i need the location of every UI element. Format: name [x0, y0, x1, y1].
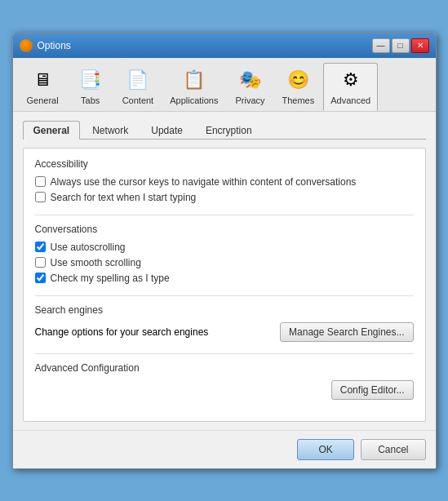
search-engines-title: Search engines — [35, 304, 414, 316]
options-window: Options — □ ✕ 🖥 General 📑 Tabs 📄 Content… — [12, 33, 437, 469]
advanced-icon: ⚙ — [338, 67, 364, 93]
general-icon: 🖥 — [29, 67, 55, 93]
search-engine-description: Change options for your search engines — [35, 326, 209, 338]
toolbar-tabs-label: Tabs — [81, 95, 100, 105]
toolbar-applications[interactable]: 📋 Applications — [162, 63, 225, 111]
content-area: General Network Update Encryption Access… — [13, 112, 436, 430]
options-panel: Accessibility Always use the cursor keys… — [23, 148, 426, 422]
divider-3 — [35, 353, 414, 354]
search-typing-row: Search for text when I start typing — [35, 192, 414, 203]
adv-config-row: Config Editor... — [35, 380, 414, 400]
toolbar-applications-label: Applications — [170, 95, 218, 105]
smooth-scrolling-checkbox[interactable] — [35, 257, 46, 268]
tab-network[interactable]: Network — [82, 121, 139, 140]
titlebar-left: Options — [20, 39, 71, 52]
titlebar-buttons: — □ ✕ — [372, 38, 429, 53]
titlebar: Options — □ ✕ — [13, 33, 436, 58]
cursor-keys-row: Always use the cursor keys to navigate w… — [35, 176, 414, 188]
window-title: Options — [38, 40, 71, 51]
conversations-section: Conversations Use autoscrolling Use smoo… — [35, 224, 414, 284]
tab-encryption[interactable]: Encryption — [195, 121, 263, 140]
ok-button[interactable]: OK — [297, 439, 354, 460]
toolbar-general-label: General — [27, 95, 59, 105]
search-engine-row: Change options for your search engines M… — [35, 322, 414, 342]
accessibility-section: Accessibility Always use the cursor keys… — [35, 158, 414, 203]
maximize-button[interactable]: □ — [392, 38, 410, 53]
privacy-icon: 🎭 — [237, 67, 264, 93]
themes-icon: 😊 — [285, 67, 311, 93]
toolbar-advanced[interactable]: ⚙ Advanced — [323, 63, 378, 111]
search-typing-label: Search for text when I start typing — [51, 192, 197, 203]
tab-update[interactable]: Update — [140, 121, 193, 140]
autoscrolling-label: Use autoscrolling — [51, 242, 126, 253]
minimize-button[interactable]: — — [372, 38, 390, 53]
smooth-scrolling-label: Use smooth scrolling — [51, 257, 141, 268]
cancel-button[interactable]: Cancel — [361, 439, 425, 460]
toolbar-themes[interactable]: 😊 Themes — [275, 63, 322, 111]
content-icon: 📄 — [125, 67, 151, 93]
toolbar-content-label: Content — [122, 95, 154, 105]
toolbar-privacy[interactable]: 🎭 Privacy — [228, 63, 273, 111]
conversations-title: Conversations — [35, 224, 414, 235]
toolbar-advanced-label: Advanced — [330, 95, 370, 105]
toolbar: 🖥 General 📑 Tabs 📄 Content 📋 Application… — [13, 58, 436, 112]
tabs-bar: General Network Update Encryption — [23, 120, 426, 140]
close-button[interactable]: ✕ — [411, 38, 429, 53]
tabs-icon: 📑 — [78, 67, 104, 93]
toolbar-privacy-label: Privacy — [235, 95, 264, 105]
accessibility-title: Accessibility — [35, 158, 414, 170]
divider-2 — [35, 295, 414, 296]
advanced-config-title: Advanced Configuration — [35, 362, 414, 374]
applications-icon: 📋 — [181, 67, 207, 93]
config-editor-button[interactable]: Config Editor... — [331, 380, 414, 400]
autoscrolling-row: Use autoscrolling — [35, 242, 414, 253]
tab-general[interactable]: General — [23, 121, 81, 140]
spell-check-row: Check my spelling as I type — [35, 273, 414, 284]
toolbar-content[interactable]: 📄 Content — [115, 63, 162, 111]
cursor-keys-label: Always use the cursor keys to navigate w… — [51, 176, 357, 188]
divider-1 — [35, 215, 414, 215]
cursor-keys-checkbox[interactable] — [35, 176, 46, 187]
manage-search-engines-button[interactable]: Manage Search Engines... — [280, 322, 413, 342]
smooth-scrolling-row: Use smooth scrolling — [35, 257, 414, 268]
search-engines-section: Search engines Change options for your s… — [35, 304, 414, 342]
spell-check-checkbox[interactable] — [35, 273, 46, 283]
advanced-config-section: Advanced Configuration Config Editor... — [35, 362, 414, 400]
app-icon — [20, 39, 33, 52]
toolbar-tabs[interactable]: 📑 Tabs — [68, 63, 113, 111]
autoscrolling-checkbox[interactable] — [35, 242, 46, 252]
spell-check-label: Check my spelling as I type — [51, 273, 170, 284]
search-typing-checkbox[interactable] — [35, 192, 46, 202]
toolbar-general[interactable]: 🖥 General — [20, 63, 66, 111]
footer: OK Cancel — [13, 430, 436, 468]
toolbar-themes-label: Themes — [282, 95, 315, 105]
